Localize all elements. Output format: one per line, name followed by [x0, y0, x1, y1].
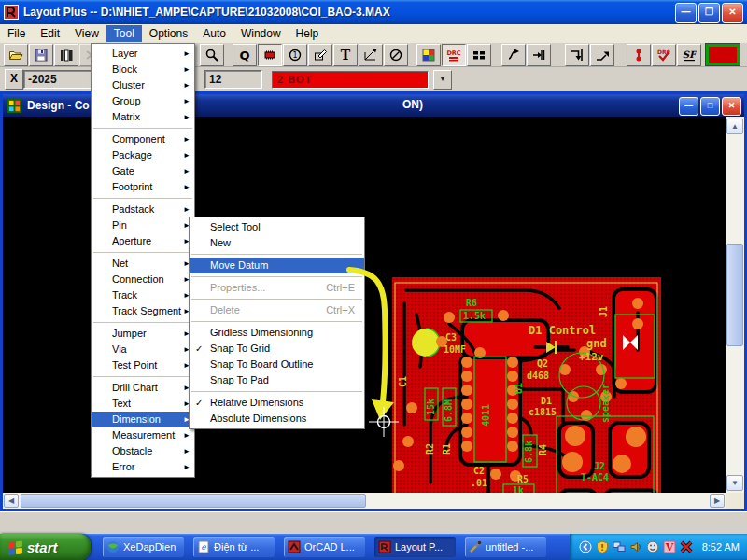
horizontal-scroll-thumb[interactable] — [21, 494, 366, 508]
dimension-menu-item-snap-to-grid[interactable]: ✓Snap To Grid — [190, 341, 364, 357]
antivirus-v-icon[interactable]: V — [663, 540, 676, 553]
collapse-chevron-icon[interactable] — [579, 540, 592, 553]
design-close-button[interactable]: ✕ — [722, 97, 741, 116]
horizontal-scrollbar[interactable]: ◀ ▶ — [3, 493, 726, 509]
taskbar-task-orcad[interactable]: OrCAD L... — [284, 537, 365, 557]
tool-menu-item-package[interactable]: Package► — [92, 147, 194, 163]
test-point-button[interactable] — [627, 44, 651, 66]
menubar-item-edit[interactable]: Edit — [33, 25, 67, 42]
tool-menu-item-component[interactable]: Component► — [92, 132, 194, 147]
coord-x-label: X — [5, 69, 23, 90]
tool-menu-item-group[interactable]: Group► — [92, 93, 194, 109]
taskbar-task-paint[interactable]: untitled -... — [465, 537, 546, 557]
svg-text:J1: J1 — [599, 306, 609, 317]
coord-x-field: -2025 — [23, 70, 98, 89]
library-manager-button[interactable] — [54, 44, 78, 66]
tool-menu-item-footprint[interactable]: Footprint► — [92, 179, 194, 195]
zoom-button[interactable] — [200, 44, 224, 66]
menubar-item-view[interactable]: View — [67, 25, 106, 42]
open-file-button[interactable] — [4, 44, 28, 66]
tool-menu-item-obstacle[interactable]: Obstacle► — [92, 443, 194, 459]
tool-menu-item-track[interactable]: Track► — [92, 287, 194, 303]
tool-menu-item-matrix[interactable]: Matrix► — [92, 109, 194, 125]
minimize-button[interactable]: — — [675, 3, 697, 23]
add-route-button[interactable] — [565, 44, 589, 66]
dimension-menu-item-properties-[interactable]: Properties...Ctrl+E — [190, 280, 364, 296]
online-drc-button[interactable]: DRC — [442, 44, 466, 66]
tool-menu-item-block[interactable]: Block► — [92, 62, 194, 77]
tool-menu-item-aperture[interactable]: Aperture► — [92, 233, 194, 249]
taskbar-task-globe[interactable]: XeDapDien — [103, 537, 184, 557]
tool-menu-item-cluster[interactable]: Cluster► — [92, 77, 194, 93]
close-button[interactable]: ✕ — [722, 3, 743, 23]
color-settings-button[interactable] — [416, 44, 441, 66]
scroll-down-icon[interactable]: ▼ — [726, 475, 743, 491]
error-tool-button[interactable] — [384, 44, 408, 66]
dimension-menu-item-relative-dimensions[interactable]: ✓Relative Dimensions — [190, 395, 364, 411]
dimension-menu-item-select-tool[interactable]: Select Tool — [190, 219, 364, 235]
drc-check-button[interactable]: DRC — [652, 44, 676, 66]
reconnect-mode-button[interactable] — [467, 44, 491, 66]
volume-icon[interactable] — [629, 540, 642, 553]
menubar-item-file[interactable]: File — [0, 25, 33, 42]
pin-tool-button[interactable]: 1 — [283, 44, 307, 66]
menubar-item-tool[interactable]: Tool — [106, 25, 142, 42]
obstacle-tool-button[interactable] — [308, 44, 332, 66]
menubar-item-help[interactable]: Help — [289, 25, 327, 42]
tool-menu-item-layer[interactable]: Layer► — [92, 46, 194, 62]
svg-text:1.5k: 1.5k — [463, 311, 486, 321]
tool-menu-item-drill-chart[interactable]: Drill Chart► — [92, 380, 194, 396]
menubar-item-options[interactable]: Options — [142, 25, 195, 42]
menubar-item-auto[interactable]: Auto — [195, 25, 233, 42]
tool-menu-item-gate[interactable]: Gate► — [92, 163, 194, 179]
tool-menu-item-error[interactable]: Error► — [92, 459, 194, 475]
tool-menu-item-jumper[interactable]: Jumper► — [92, 326, 194, 342]
disconnect-x-icon[interactable] — [680, 540, 693, 553]
messenger-icon[interactable] — [646, 540, 659, 553]
dimension-menu-item-absolute-dimensions[interactable]: Absolute Dimensions — [190, 411, 364, 427]
tool-menu-item-measurement[interactable]: Measurement► — [92, 427, 194, 443]
scroll-left-icon[interactable]: ◀ — [4, 494, 19, 508]
menubar-item-window[interactable]: Window — [233, 25, 289, 42]
tool-menu-item-via[interactable]: Via► — [92, 342, 194, 357]
tool-menu-item-connection[interactable]: Connection► — [92, 272, 194, 287]
dimension-menu-item-new[interactable]: New — [190, 235, 364, 251]
dimension-menu-item-move-datum[interactable]: Move Datum — [190, 258, 364, 273]
restore-button[interactable]: ❐ — [698, 3, 720, 23]
dimension-menu-item-snap-to-board-outline[interactable]: Snap To Board Outline — [190, 357, 364, 372]
security-shield-icon[interactable]: ! — [596, 540, 609, 553]
shove-track-button[interactable] — [501, 44, 526, 66]
menu-separator — [191, 254, 362, 255]
taskbar-task-layout[interactable]: Layout P... — [374, 537, 456, 557]
slant-route-button[interactable] — [590, 44, 614, 66]
scroll-up-icon[interactable]: ▲ — [726, 119, 743, 134]
vertical-scroll-thumb[interactable] — [726, 244, 743, 346]
dimension-menu-item-delete[interactable]: DeleteCtrl+X — [190, 302, 364, 318]
edit-segment-button[interactable] — [527, 44, 551, 66]
tool-menu-item-test-point[interactable]: Test Point► — [92, 357, 194, 373]
text-tool-button[interactable]: T — [333, 44, 358, 66]
design-minimize-button[interactable]: — — [679, 97, 698, 116]
dimension-menu-item-gridless-dimensioning[interactable]: Gridless Dimensioning — [190, 325, 364, 341]
save-button[interactable] — [29, 44, 53, 66]
scroll-right-icon[interactable]: ▶ — [710, 494, 725, 508]
tool-menu-item-track-segment[interactable]: Track Segment► — [92, 303, 194, 319]
layer-dropdown-arrow-icon[interactable]: ▼ — [433, 70, 452, 90]
tool-menu-item-pin[interactable]: Pin► — [92, 217, 194, 233]
tool-menu-item-dimension[interactable]: Dimension► — [92, 412, 194, 427]
network-icon[interactable] — [613, 540, 626, 553]
component-tool-button[interactable] — [258, 44, 282, 66]
query-button[interactable]: Q — [233, 44, 257, 66]
dimension-tool-button[interactable] — [359, 44, 383, 66]
taskbar-task-iedoc[interactable]: eĐiện từ ... — [193, 537, 275, 557]
tool-menu: Layer►Block►Cluster►Group►Matrix►Compone… — [91, 43, 195, 478]
shove-free-button[interactable]: SF — [677, 44, 701, 66]
vertical-scrollbar[interactable]: ▲ ▼ — [726, 117, 744, 493]
design-restore-button[interactable]: □ — [700, 97, 720, 116]
tool-menu-item-padstack[interactable]: Padstack► — [92, 202, 194, 217]
dimension-menu-item-snap-to-pad[interactable]: Snap To Pad — [190, 372, 364, 388]
tool-menu-item-text[interactable]: Text► — [92, 396, 194, 412]
layer-combobox[interactable]: 2 BOT — [272, 71, 429, 89]
tool-menu-item-net[interactable]: Net► — [92, 256, 194, 272]
start-button[interactable]: start — [0, 534, 91, 560]
